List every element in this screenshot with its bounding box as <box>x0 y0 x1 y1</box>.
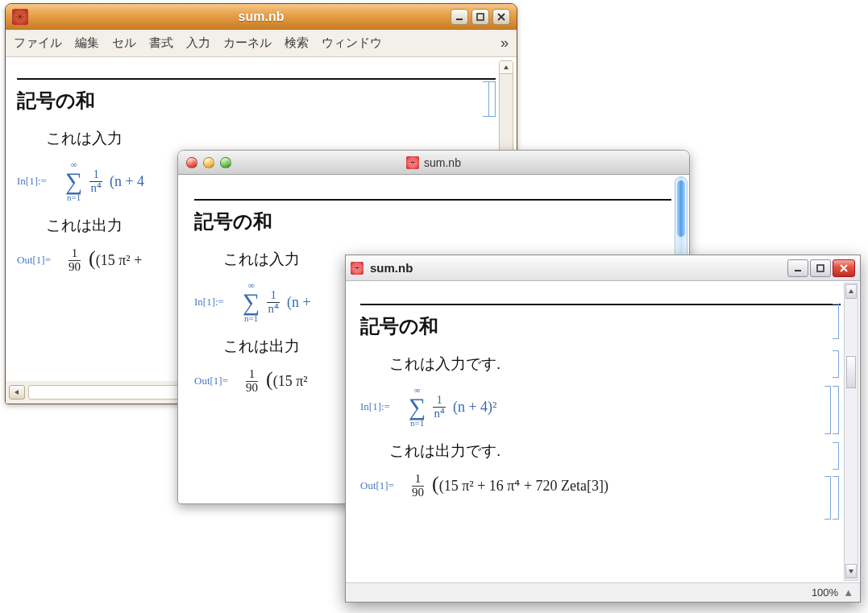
menu-cell[interactable]: セル <box>112 35 136 51</box>
sum-symbol: ∞ ∑ n=1 <box>65 160 82 202</box>
section-title: 記号の和 <box>360 313 841 339</box>
fraction: 1 n⁴ <box>430 394 448 420</box>
window-title: sum.nb <box>178 156 689 169</box>
fraction: 1 n⁴ <box>264 289 282 316</box>
statusbar: 100% ▲ <box>346 582 860 602</box>
open-paren-icon: ( <box>89 248 96 269</box>
input-expression: (n + 4)² <box>453 399 497 416</box>
input-caption: これは入力です. <box>389 354 841 375</box>
menu-window[interactable]: ウィンドウ <box>322 35 382 51</box>
menu-find[interactable]: 検索 <box>284 35 309 51</box>
scroll-down-icon[interactable] <box>845 564 857 578</box>
fraction: 1 90 <box>65 247 84 274</box>
in-label: In[1]:= <box>17 175 65 188</box>
fraction: 1 n⁴ <box>87 168 105 195</box>
scrollbar-thumb[interactable] <box>846 356 856 388</box>
menu-input[interactable]: 入力 <box>186 35 210 51</box>
window-title: sum.nb <box>370 261 413 275</box>
in-label: In[1]:= <box>194 296 243 309</box>
menubar: ファイル 編集 セル 書式 入力 カーネル 検索 ウィンドウ » <box>6 30 517 57</box>
app-icon <box>351 262 363 275</box>
section-title: 記号の和 <box>17 88 496 114</box>
app-icon <box>406 156 419 169</box>
output-cell: Out[1]= 1 90 ( (15 π² + 16 π⁴ + 720 Zeta… <box>360 473 841 499</box>
section-rule <box>194 199 671 201</box>
out-label: Out[1]= <box>194 375 243 387</box>
scroll-up-icon[interactable] <box>500 61 513 74</box>
section-rule <box>17 78 496 80</box>
section-title: 記号の和 <box>194 209 671 234</box>
in-label: In[1]:= <box>360 400 409 413</box>
zoom-menu-icon[interactable]: ▲ <box>843 586 853 599</box>
menu-file[interactable]: ファイル <box>14 35 62 51</box>
scroll-left-icon[interactable] <box>9 385 25 400</box>
fraction: 1 90 <box>409 473 427 499</box>
titlebar[interactable]: sum.nb <box>346 255 860 281</box>
titlebar[interactable]: sum.nb <box>6 4 517 30</box>
zoom-level[interactable]: 100% <box>812 586 838 599</box>
menu-overflow-icon[interactable]: » <box>500 35 509 52</box>
notebook-area[interactable]: 記号の和 これは入力です. In[1]:= ∞ ∑ n=1 1 n⁴ (n + … <box>346 281 860 582</box>
maximize-button[interactable] <box>810 259 831 277</box>
fraction: 1 90 <box>243 368 261 395</box>
input-cell[interactable]: In[1]:= ∞ ∑ n=1 1 n⁴ (n + 4)² <box>360 386 841 428</box>
close-button[interactable] <box>833 259 855 277</box>
output-expression: (15 π² + 16 π⁴ + 720 Zeta[3]) <box>439 477 608 495</box>
menu-kernel[interactable]: カーネル <box>223 35 272 51</box>
sum-symbol: ∞ ∑ n=1 <box>409 386 426 428</box>
menu-edit[interactable]: 編集 <box>75 35 99 51</box>
scroll-up-icon[interactable] <box>845 284 857 299</box>
titlebar[interactable]: sum.nb <box>178 151 689 175</box>
minimize-button[interactable] <box>787 259 808 277</box>
sum-symbol: ∞ ∑ n=1 <box>243 281 260 323</box>
expression-tail: (n + <box>287 294 311 311</box>
vertical-scrollbar[interactable] <box>844 283 858 581</box>
expression-tail: (n + 4 <box>110 173 144 190</box>
expression-tail: (15 π² + <box>96 252 143 269</box>
svg-rect-2 <box>795 270 801 271</box>
window-xp: sum.nb 記号の和 これは入力です. In[1]:= ∞ ∑ n=1 <box>345 255 861 603</box>
menu-format[interactable]: 書式 <box>149 35 173 51</box>
window-title: sum.nb <box>6 10 517 24</box>
input-caption: これは入力 <box>46 128 496 149</box>
svg-rect-3 <box>817 265 824 271</box>
output-caption: これは出力です. <box>389 441 841 462</box>
expression-tail: (15 π² <box>273 373 308 390</box>
open-paren-icon: ( <box>432 474 439 495</box>
section-rule <box>360 304 841 305</box>
out-label: Out[1]= <box>17 254 65 267</box>
scrollbar-thumb[interactable] <box>677 180 685 237</box>
out-label: Out[1]= <box>360 479 409 492</box>
open-paren-icon: ( <box>266 369 273 390</box>
